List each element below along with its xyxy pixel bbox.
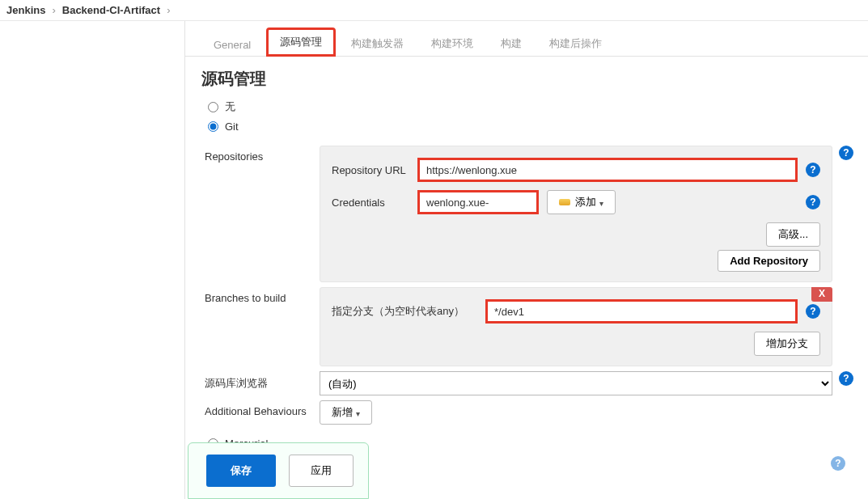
tab-build-env[interactable]: 构建环境 [419,31,485,56]
help-icon[interactable]: ? [806,195,820,209]
help-icon[interactable]: ? [839,371,853,386]
tab-build[interactable]: 构建 [489,31,534,56]
breadcrumb-jenkins[interactable]: Jenkins [6,4,45,16]
repo-browser-select[interactable]: (自动) [320,371,832,395]
scm-git-label: Git [225,121,239,133]
section-title-scm: 源码管理 [185,57,868,96]
help-icon[interactable]: ? [839,146,853,160]
breadcrumb-job[interactable]: Backend-CI-Artifact [62,4,160,16]
bottom-action-bar: 保存 应用 [188,442,369,499]
repository-panel: Repository URL ? Credentials wenlong.xue… [320,146,832,282]
branch-panel: X 指定分支（为空时代表any） ? 增加分支 [320,287,832,366]
help-icon[interactable]: ? [806,304,820,319]
add-repository-button[interactable]: Add Repository [718,250,820,272]
branches-label: Branches to build [205,287,311,304]
repo-browser-label: 源码库浏览器 [205,371,311,391]
tab-scm[interactable]: 源码管理 [266,27,336,57]
advanced-button[interactable]: 高级... [766,222,820,247]
additional-behaviours-label: Additional Behaviours [205,400,311,417]
scm-none-label: 无 [225,99,235,114]
repositories-label: Repositories [205,146,311,163]
tab-general[interactable]: General [201,33,263,56]
delete-branch-button[interactable]: X [811,287,832,302]
branch-spec-label: 指定分支（为空时代表any） [332,304,477,319]
branch-spec-input[interactable] [485,299,798,324]
help-icon[interactable]: ? [831,456,845,471]
breadcrumb: Jenkins › Backend-CI-Artifact › [0,0,868,21]
repo-url-input[interactable] [417,158,798,182]
credentials-select[interactable]: wenlong.xue- [417,190,539,214]
tab-triggers[interactable]: 构建触发器 [339,31,416,56]
tab-post-build[interactable]: 构建后操作 [537,31,614,56]
key-icon [559,199,570,205]
repo-url-label: Repository URL [332,164,409,176]
credentials-label: Credentials [332,197,409,209]
add-credentials-button[interactable]: 添加 [547,190,616,214]
scm-git-radio[interactable] [208,121,218,132]
scm-none-radio[interactable] [208,102,218,112]
add-behaviour-button[interactable]: 新增 [320,400,372,425]
config-tabs: General 源码管理 构建触发器 构建环境 构建 构建后操作 [185,21,868,57]
side-panel [0,21,178,499]
save-button[interactable]: 保存 [206,455,276,487]
chevron-right-icon: › [52,4,55,16]
chevron-right-icon: › [167,4,170,16]
apply-button[interactable]: 应用 [289,455,354,487]
add-branch-button[interactable]: 增加分支 [754,332,820,356]
help-icon[interactable]: ? [806,163,820,177]
